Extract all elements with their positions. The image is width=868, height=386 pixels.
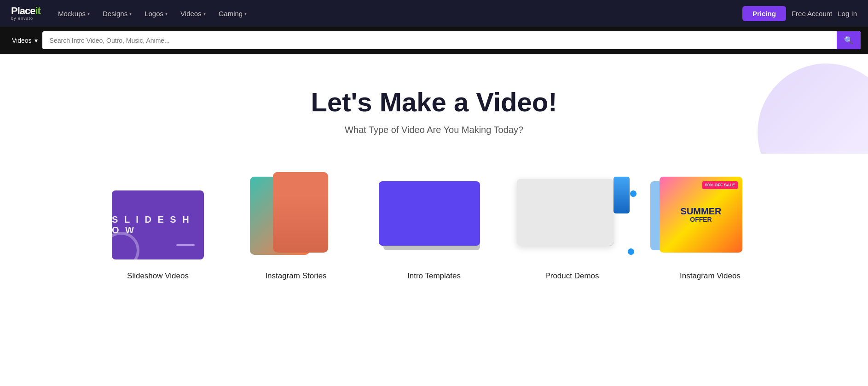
hero-subheading: What Type of Video Are You Making Today? [9,125,859,135]
ig-videos-badge: 50% OFF SALE [702,181,738,189]
nav-logos[interactable]: Logos ▾ [139,7,173,20]
chevron-down-icon: ▾ [35,37,38,44]
card-slideshow[interactable]: S l i d e s h o w Slideshow Videos [98,172,218,281]
chevron-down-icon: ▾ [165,11,168,16]
intro-front-thumbnail [379,181,480,246]
card-ig-videos-label: Instagram Videos [680,271,741,281]
cards-section: S l i d e s h o w Slideshow Videos Insta… [0,154,868,308]
hero-section: Let's Make a Video! What Type of Video A… [0,54,868,154]
nav-gaming[interactable]: Gaming ▾ [213,7,253,20]
logo-envato: by envato [11,17,41,21]
ig-videos-main-thumbnail: 50% OFF SALE SUMMER OFFER [660,177,742,253]
card-product-thumb [512,172,632,264]
nav-videos[interactable]: Videos ▾ [175,7,211,20]
navbar: Placeit by envato Mockups ▾ Designs ▾ Lo… [0,0,868,27]
logo-text: Placeit [11,6,41,16]
search-category-dropdown[interactable]: Videos ▾ [7,34,42,47]
card-intro-thumb [374,172,494,264]
card-product-label: Product Demos [545,271,599,281]
card-slideshow-label: Slideshow Videos [127,271,189,281]
slideshow-thumbnail: S l i d e s h o w [112,190,204,259]
search-button[interactable]: 🔍 [837,31,861,49]
product-dot-decoration [630,190,637,197]
card-instagram-videos[interactable]: 50% OFF SALE SUMMER OFFER Instagram Vide… [650,172,770,281]
login-button[interactable]: Log In [838,10,857,17]
search-bar: Videos ▾ 🔍 [0,27,868,54]
logo[interactable]: Placeit by envato [11,6,41,21]
free-account-button[interactable]: Free Account [792,10,832,17]
chevron-down-icon: ▾ [87,11,90,16]
nav-mockups[interactable]: Mockups ▾ [52,7,95,20]
hero-heading: Let's Make a Video! [9,86,859,117]
nav-right: Pricing Free Account Log In [742,6,857,21]
pricing-button[interactable]: Pricing [742,6,786,21]
card-intro-templates[interactable]: Intro Templates [374,172,494,281]
card-stories-thumb [236,172,356,264]
card-instagram-stories[interactable]: Instagram Stories [236,172,356,281]
search-category-label: Videos [12,37,32,44]
search-input-wrap: 🔍 [42,31,861,49]
card-intro-label: Intro Templates [407,271,461,281]
card-stories-label: Instagram Stories [265,271,326,281]
product-phone-decoration [613,177,630,213]
chevron-down-icon: ▾ [129,11,132,16]
search-input[interactable] [42,32,837,49]
card-ig-videos-thumb: 50% OFF SALE SUMMER OFFER [650,172,770,264]
slideshow-line-decoration [176,244,195,246]
product-white-thumbnail [517,179,613,246]
slideshow-circle-decoration [112,232,139,259]
card-product-demos[interactable]: Product Demos [512,172,632,281]
card-slideshow-thumb: S l i d e s h o w [98,172,218,264]
nav-items: Mockups ▾ Designs ▾ Logos ▾ Videos ▾ Gam… [52,7,739,20]
stories-front-thumbnail [273,172,328,253]
chevron-down-icon: ▾ [203,11,206,16]
chevron-down-icon: ▾ [244,11,247,16]
search-icon: 🔍 [844,36,853,44]
nav-designs[interactable]: Designs ▾ [97,7,137,20]
product-dot2-decoration [628,248,634,255]
